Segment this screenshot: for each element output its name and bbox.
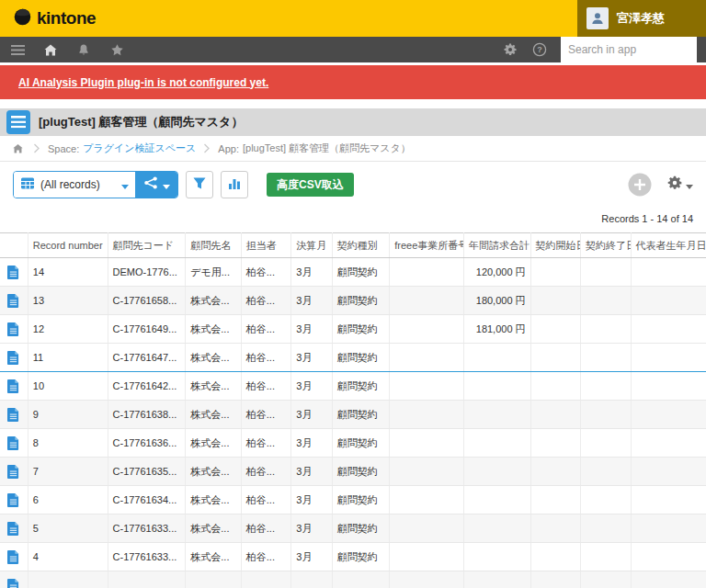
cell-client_name: 株式会... bbox=[186, 287, 242, 315]
cell-freee_office_no bbox=[390, 401, 464, 429]
notifications-bell-icon[interactable] bbox=[75, 41, 92, 58]
cell-rep_birthday bbox=[631, 258, 706, 287]
cell-rep_birthday bbox=[631, 401, 706, 429]
cell-annual_total bbox=[463, 543, 530, 571]
cell-record_number: 5 bbox=[28, 514, 108, 543]
record-detail-icon[interactable] bbox=[7, 294, 19, 308]
column-header[interactable]: 契約終了日 bbox=[581, 233, 631, 258]
cell-empty bbox=[186, 571, 242, 588]
table-row: 10C-17761642...株式会...柏谷...3月顧問契約 bbox=[0, 372, 706, 401]
cell-client_name: 株式会... bbox=[186, 514, 242, 543]
cell-annual_total: 181,000 円 bbox=[463, 315, 530, 344]
cell-client_code: C-17761649... bbox=[108, 315, 186, 344]
table-body: 14DEMO-1776...デモ用...柏谷...3月顧問契約120,000 円… bbox=[0, 258, 706, 588]
record-detail-icon[interactable] bbox=[7, 351, 19, 365]
record-detail-icon[interactable] bbox=[7, 266, 19, 279]
user-name: 宮澤孝慈 bbox=[617, 10, 665, 27]
chart-button[interactable] bbox=[221, 171, 248, 198]
breadcrumb: Space: プラグイン検証スペース App: [plugTest] 顧客管理（… bbox=[0, 136, 706, 162]
cell-rep_birthday bbox=[631, 514, 706, 543]
view-selector[interactable]: (All records) bbox=[14, 172, 135, 198]
hamburger-menu-icon[interactable] bbox=[9, 41, 26, 58]
record-detail-icon[interactable] bbox=[7, 493, 19, 507]
column-header[interactable]: 年間請求合計 bbox=[463, 233, 530, 258]
cell-contract_start bbox=[530, 372, 580, 401]
records-table-wrap: Record number顧問先コード顧問先名担当者決算月契約種別freee事業… bbox=[0, 232, 706, 588]
breadcrumb-app: App: [plugTest] 顧客管理（顧問先マスタ） bbox=[218, 141, 411, 155]
table-row: 11C-17761647...株式会...柏谷...3月顧問契約 bbox=[0, 344, 706, 372]
favorites-star-icon[interactable] bbox=[108, 41, 125, 58]
cell-contract_end bbox=[581, 429, 631, 458]
table-row: 14DEMO-1776...デモ用...柏谷...3月顧問契約120,000 円 bbox=[0, 258, 706, 287]
record-detail-icon[interactable] bbox=[7, 550, 19, 564]
column-header[interactable]: 契約種別 bbox=[332, 233, 390, 258]
column-header[interactable]: Record number bbox=[28, 233, 108, 258]
column-header[interactable]: 顧問先名 bbox=[186, 233, 242, 258]
cell-fiscal_month: 3月 bbox=[291, 486, 332, 514]
search-input[interactable] bbox=[561, 37, 697, 62]
record-detail-icon[interactable] bbox=[7, 579, 19, 588]
add-record-button[interactable] bbox=[628, 173, 652, 197]
cell-contract_start bbox=[530, 258, 580, 287]
breadcrumb-home-icon[interactable] bbox=[9, 141, 26, 157]
cell-contract_type: 顧問契約 bbox=[332, 344, 390, 372]
csv-import-button[interactable]: 高度CSV取込 bbox=[267, 173, 354, 197]
cell-empty bbox=[241, 571, 290, 588]
cell-contract_type: 顧問契約 bbox=[332, 287, 390, 315]
cell-rep_birthday bbox=[631, 429, 706, 458]
cell-contract_type: 顧問契約 bbox=[332, 514, 390, 543]
cell-annual_total bbox=[463, 458, 530, 486]
cell-staff: 柏谷... bbox=[241, 486, 290, 514]
cell-client_name: 株式会... bbox=[186, 315, 242, 344]
kintone-logo[interactable]: kintone bbox=[13, 7, 96, 30]
cell-contract_start bbox=[530, 401, 580, 429]
filter-button[interactable] bbox=[186, 171, 213, 198]
record-detail-icon[interactable] bbox=[7, 322, 19, 336]
record-detail-icon[interactable] bbox=[7, 465, 19, 479]
cell-contract_start bbox=[530, 287, 580, 315]
cell-record_number: 13 bbox=[28, 287, 108, 315]
cell-staff: 柏谷... bbox=[241, 344, 290, 372]
column-header[interactable]: freee事業所番号 bbox=[390, 233, 464, 258]
cell-client_name: デモ用... bbox=[186, 258, 242, 287]
help-icon[interactable]: ? bbox=[531, 41, 548, 58]
breadcrumb-space-link[interactable]: プラグイン検証スペース bbox=[83, 141, 196, 155]
column-header[interactable]: 代表者生年月日 bbox=[631, 233, 706, 258]
plugin-alert-banner: AI Analysis Plugin plug-in is not config… bbox=[0, 65, 706, 99]
cell-contract_type: 顧問契約 bbox=[332, 543, 390, 571]
cell-client_code: C-17761633... bbox=[108, 514, 186, 543]
cell-fiscal_month: 3月 bbox=[291, 372, 332, 401]
breadcrumb-chevron-icon bbox=[33, 143, 40, 153]
app-settings-button[interactable] bbox=[666, 175, 693, 195]
column-header[interactable]: 決算月 bbox=[291, 233, 332, 258]
cell-rep_birthday bbox=[631, 344, 706, 372]
cell-client_name: 株式会... bbox=[186, 429, 242, 458]
cell-freee_office_no bbox=[390, 315, 464, 344]
chevron-down-icon bbox=[686, 176, 693, 193]
cell-contract_end bbox=[581, 344, 631, 372]
cell-fiscal_month: 3月 bbox=[291, 287, 332, 315]
cell-rep_birthday bbox=[631, 315, 706, 344]
global-nav: ? bbox=[0, 37, 706, 62]
user-menu[interactable]: 宮澤孝慈 bbox=[577, 0, 706, 37]
cell-annual_total bbox=[463, 372, 530, 401]
plugin-alert-link[interactable]: AI Analysis Plugin plug-in is not config… bbox=[18, 76, 268, 89]
cell-client_code: C-17761636... bbox=[108, 429, 186, 458]
graph-view-button[interactable] bbox=[135, 172, 177, 198]
home-icon[interactable] bbox=[42, 41, 59, 58]
cell-fiscal_month: 3月 bbox=[291, 258, 332, 287]
cell-empty bbox=[631, 571, 706, 588]
settings-gear-icon[interactable] bbox=[502, 41, 518, 58]
record-detail-icon[interactable] bbox=[7, 436, 19, 450]
record-detail-icon[interactable] bbox=[7, 408, 19, 422]
cell-staff: 柏谷... bbox=[241, 543, 290, 571]
column-header[interactable]: 担当者 bbox=[241, 233, 290, 258]
record-detail-icon[interactable] bbox=[7, 522, 19, 536]
cell-client_code: C-17761658... bbox=[108, 287, 186, 315]
column-header[interactable]: 契約開始日 bbox=[530, 233, 580, 258]
column-header[interactable]: 顧問先コード bbox=[108, 233, 186, 258]
cell-annual_total: 180,000 円 bbox=[463, 287, 530, 315]
table-row: 9C-17761638...株式会...柏谷...3月顧問契約 bbox=[0, 401, 706, 429]
record-detail-icon[interactable] bbox=[7, 379, 19, 393]
filter-funnel-icon bbox=[192, 176, 207, 194]
